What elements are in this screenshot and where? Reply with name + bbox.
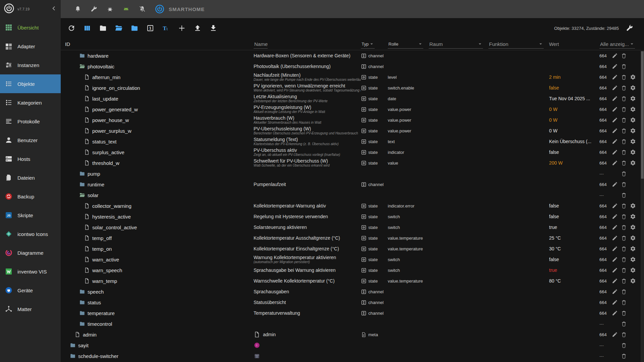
table-row[interactable]: runtimePumpenlaufzeitchannel664	[61, 179, 641, 190]
value-cell[interactable]: true	[549, 225, 599, 230]
edit-object-button[interactable]	[611, 266, 619, 274]
folder-icon[interactable]	[79, 181, 85, 187]
file-icon[interactable]	[84, 267, 90, 273]
edit-object-button[interactable]	[611, 255, 619, 263]
edit-object-button[interactable]	[611, 137, 619, 145]
table-row[interactable]: speechSprachausgabenchannel664	[61, 286, 641, 297]
table-row[interactable]: solar_control_activeSolarsteuerung aktiv…	[61, 222, 641, 233]
sidebar-item-matter[interactable]: Matter	[0, 300, 61, 318]
table-row[interactable]: power_surplus_wPV-Überschussleistung (W)…	[61, 125, 641, 136]
table-row[interactable]: afterrun_minNachlaufzeit (Minuten)Dauer,…	[61, 72, 641, 82]
edit-object-button[interactable]	[611, 116, 619, 124]
delete-object-button[interactable]	[620, 234, 628, 242]
sidebar-item-kategorien[interactable]: Kategorien	[0, 93, 61, 112]
sidebar-item-backup[interactable]: Backup	[0, 187, 61, 206]
edit-object-button[interactable]	[611, 298, 619, 306]
delete-object-button[interactable]	[620, 213, 628, 221]
file-icon[interactable]	[84, 85, 90, 91]
file-icon[interactable]	[84, 117, 90, 123]
custom-settings-button[interactable]	[629, 84, 637, 92]
sidebar-item-diagramme[interactable]: Diagramme	[0, 243, 61, 262]
table-row[interactable]: temp_offKollektortemperatur Ausschaltgre…	[61, 233, 641, 243]
edit-object-button[interactable]	[611, 277, 619, 285]
vertical-scrollbar[interactable]	[641, 50, 644, 362]
edit-object-button[interactable]	[611, 62, 619, 70]
folder-icon[interactable]	[79, 299, 85, 305]
table-row[interactable]: hysteresis_activeRegelung mit Hysterese …	[61, 211, 641, 222]
edit-object-button[interactable]	[611, 245, 619, 253]
delete-object-button[interactable]	[620, 255, 628, 263]
table-row[interactable]: photovoltaicPhotovoltaik (Überschusserke…	[61, 61, 641, 72]
folder-icon[interactable]	[70, 342, 76, 348]
delete-object-button[interactable]	[620, 202, 628, 210]
value-cell[interactable]: 80 °C	[549, 278, 599, 284]
file-icon[interactable]	[84, 224, 90, 230]
show-all-filter[interactable]: Alle anzeig...	[599, 40, 635, 49]
delete-object-button[interactable]	[620, 52, 628, 60]
delete-object-button[interactable]	[620, 266, 628, 274]
edit-object-button[interactable]	[611, 213, 619, 221]
edit-object-button[interactable]	[611, 223, 619, 231]
custom-settings-button[interactable]	[629, 148, 637, 156]
delete-object-button[interactable]	[620, 159, 628, 167]
sidebar-item-benutzer[interactable]: Benutzer	[0, 131, 61, 149]
table-row[interactable]: warn_speechSprachausgabe bei Warnung akt…	[61, 265, 641, 276]
sidebar-item-icontwo-icons[interactable]: icontwo Icons	[0, 225, 61, 243]
table-row[interactable]: adminadminmeta664	[61, 329, 641, 340]
table-row[interactable]: warn_activeWarnung Kollektortemperatur a…	[61, 254, 641, 265]
column-settings-button[interactable]	[623, 21, 636, 35]
function-filter[interactable]: Funktion	[488, 40, 544, 49]
file-icon[interactable]	[84, 256, 90, 262]
table-row[interactable]: timecontrol---	[61, 318, 641, 329]
value-cell[interactable]: 200 W	[549, 160, 599, 166]
delete-object-button[interactable]	[620, 330, 628, 339]
delete-object-button[interactable]	[620, 245, 628, 253]
edit-object-button[interactable]	[611, 234, 619, 242]
delete-object-button[interactable]	[620, 223, 628, 231]
delete-object-button[interactable]	[620, 73, 628, 81]
file-icon[interactable]	[74, 331, 80, 338]
folder-icon[interactable]	[79, 310, 85, 316]
custom-settings-button[interactable]	[629, 234, 637, 242]
sidebar-item--bersicht[interactable]: Übersicht	[0, 18, 61, 37]
delete-object-button[interactable]	[620, 341, 628, 349]
refresh-button[interactable]	[65, 21, 78, 35]
delete-object-button[interactable]	[620, 180, 628, 188]
custom-settings-button[interactable]	[629, 277, 637, 285]
edit-object-button[interactable]	[611, 159, 619, 167]
table-row[interactable]: temp_onKollektortemperatur Einschaltgren…	[61, 243, 641, 254]
expand-all-button[interactable]	[112, 21, 125, 35]
value-cell[interactable]: 2 min	[549, 74, 599, 80]
value-cell[interactable]: false	[549, 257, 599, 262]
delete-object-button[interactable]	[620, 277, 628, 285]
delete-object-button[interactable]	[620, 170, 628, 178]
edit-object-button[interactable]	[611, 202, 619, 210]
table-row[interactable]: temperatureTemperaturverwaltungchannel66…	[61, 308, 641, 318]
name-filter[interactable]: Name	[254, 40, 268, 49]
table-row[interactable]: threshold_wSchwellwert für PV-Überschuss…	[61, 158, 641, 168]
table-row[interactable]: schedule-switcher---	[61, 351, 641, 361]
add-object-button[interactable]	[175, 21, 189, 35]
delete-object-button[interactable]	[620, 352, 628, 360]
value-cell[interactable]: 0 W	[549, 117, 599, 123]
file-icon[interactable]	[84, 149, 90, 155]
show-names-button[interactable]: Tt	[159, 21, 173, 35]
custom-settings-button[interactable]	[629, 266, 637, 274]
edit-object-button[interactable]	[611, 180, 619, 188]
delete-object-button[interactable]	[620, 127, 628, 135]
file-icon[interactable]	[84, 96, 90, 102]
sidebar-item-dateien[interactable]: Dateien	[0, 168, 61, 187]
scrollbar-thumb[interactable]	[641, 51, 644, 179]
custom-settings-button[interactable]	[629, 213, 637, 221]
folder-icon[interactable]	[79, 321, 85, 327]
collapse-level-button[interactable]	[128, 21, 141, 35]
table-row[interactable]: power_house_wHausverbrauch (W)Aktueller …	[61, 115, 641, 125]
delete-object-button[interactable]	[620, 137, 628, 145]
folder-icon[interactable]	[79, 53, 85, 59]
table-row[interactable]: collector_warningKollektortemperatur-War…	[61, 200, 641, 211]
custom-settings-button[interactable]	[629, 95, 637, 103]
file-icon[interactable]	[84, 160, 90, 166]
custom-settings-button[interactable]	[629, 223, 637, 231]
edit-object-button[interactable]	[611, 95, 619, 103]
edit-object-button[interactable]	[611, 148, 619, 156]
